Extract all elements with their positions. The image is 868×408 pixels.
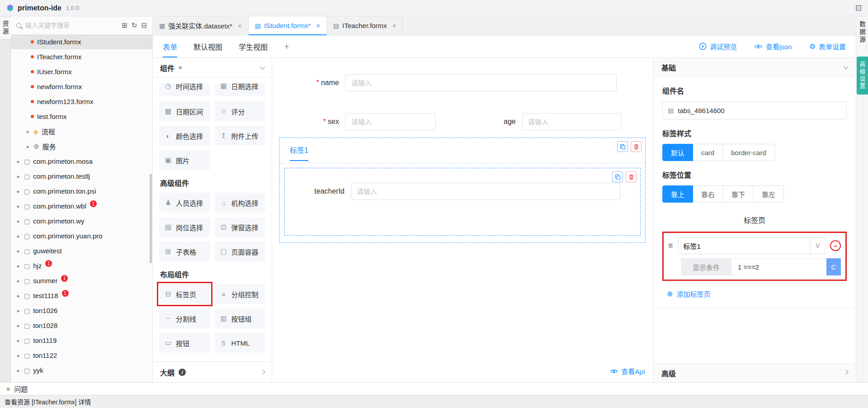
outline-section[interactable]: 大纲 i xyxy=(153,361,272,382)
v-button[interactable]: V xyxy=(810,237,826,254)
rail-tab-advanced-settings[interactable]: 高级设置 xyxy=(857,57,868,95)
tree-item-com-primeton-wbl[interactable]: ▸▢com.primeton.wbl1 xyxy=(11,199,152,213)
component-name-input[interactable] xyxy=(678,107,841,114)
section-basic[interactable]: 基础 xyxy=(653,58,856,77)
palette-item-group-control[interactable]: ≡分组控制 xyxy=(215,284,266,304)
palette-item-subtable[interactable]: ⊞子表格 xyxy=(159,242,210,261)
tree-item-flow[interactable]: ▸◈流程 xyxy=(11,124,152,139)
tree-item-ton1028[interactable]: ▸▢ton1028 xyxy=(11,318,152,333)
tab-position-left-button[interactable]: 靠左 xyxy=(753,185,784,203)
palette-item-post-picker[interactable]: ▤岗位选择 xyxy=(159,217,210,237)
caret-icon[interactable]: ▸ xyxy=(16,367,21,374)
chevron-down-icon[interactable] xyxy=(260,64,265,69)
caret-icon[interactable]: ▸ xyxy=(26,143,30,150)
caret-icon[interactable]: ▸ xyxy=(16,188,21,195)
delete-widget-button[interactable] xyxy=(626,171,637,182)
palette-item-date-picker[interactable]: ▦日期选择 xyxy=(215,83,266,96)
tree-item-hjz[interactable]: ▸▢hjz1 xyxy=(11,258,152,273)
copy-widget-button[interactable] xyxy=(617,141,628,152)
doc-tab-dataset[interactable]: ▦ 强关联实体.datasetx* × xyxy=(153,16,249,35)
tab-style-border-card-button[interactable]: border-card xyxy=(722,144,775,161)
palette-item-button[interactable]: ▭按钮 xyxy=(159,333,210,353)
palette-item-page-container[interactable]: ▢页面容器 xyxy=(215,242,266,261)
copy-widget-button[interactable] xyxy=(612,171,623,182)
view-tab-default-view[interactable]: 默认视图 xyxy=(193,35,222,57)
problems-bar[interactable]: ≡ 问题 xyxy=(0,382,868,395)
refresh-icon[interactable]: ↻ xyxy=(132,21,137,29)
age-input[interactable] xyxy=(522,113,622,130)
view-tab-form[interactable]: 表单 xyxy=(163,35,177,57)
tree-item-test-formx[interactable]: test.formx xyxy=(11,109,152,124)
caret-icon[interactable]: ▸ xyxy=(16,263,21,269)
tree-item-iteacher-formx[interactable]: ITeacher.formx xyxy=(11,49,152,64)
palette-item-tabs[interactable]: ⊟标签页 xyxy=(159,284,210,304)
close-icon[interactable]: × xyxy=(316,22,320,29)
palette-item-file-upload[interactable]: ↥附件上传 xyxy=(215,126,266,146)
tree-item-yyk[interactable]: ▸▢yyk xyxy=(11,363,152,378)
add-tab-link[interactable]: ⊕ 添加标签页 xyxy=(662,289,847,299)
tree-item-iuser-formx[interactable]: IUser.formx xyxy=(11,64,152,79)
palette-header[interactable]: 组件 ≡ xyxy=(153,58,272,78)
caret-icon[interactable]: ▸ xyxy=(16,323,21,329)
chevron-down-icon[interactable] xyxy=(843,64,848,69)
tree-item-com-primeton-yuan-pro[interactable]: ▸▢com.primeton.yuan.pro xyxy=(11,228,152,243)
caret-icon[interactable]: ▸ xyxy=(16,233,21,239)
tree-item-ton1026[interactable]: ▸▢ton1026 xyxy=(11,303,152,318)
rail-tab-resources[interactable]: 资源 xyxy=(0,17,11,39)
tree-item-summer[interactable]: ▸▢summer1 xyxy=(11,273,152,288)
save-layout-icon[interactable]: ⊡ xyxy=(855,3,862,13)
debug-preview-button[interactable]: 调试预览 xyxy=(699,42,737,51)
view-json-button[interactable]: 查看json xyxy=(754,42,792,51)
palette-item-date-range[interactable]: ▦日期区间 xyxy=(159,101,210,121)
close-icon[interactable]: × xyxy=(392,22,396,29)
tree-item-service[interactable]: ▸⚙服务 xyxy=(11,139,152,154)
tabs-widget[interactable]: 标签1 teacherId xyxy=(279,138,646,243)
teacherid-input[interactable] xyxy=(351,183,620,200)
tree-item-com-primeton-mosa[interactable]: ▸▢com.primeton.mosa xyxy=(11,154,152,169)
tab-position-right-button[interactable]: 靠右 xyxy=(693,185,723,203)
name-input[interactable] xyxy=(345,74,617,91)
chevron-right-icon[interactable] xyxy=(843,370,848,375)
tab-style-default-button[interactable]: 默认 xyxy=(662,144,693,161)
caret-icon[interactable]: ▸ xyxy=(16,293,21,299)
palette-item-button-group[interactable]: ▥按钮组 xyxy=(215,308,266,328)
tab-pane-widget[interactable]: teacherId xyxy=(284,168,641,236)
palette-item-time-picker[interactable]: ◷时间选择 xyxy=(159,83,210,96)
palette-item-color-picker[interactable]: ◐颜色选择 xyxy=(159,126,210,146)
rail-tab-datasource[interactable]: 数据源 xyxy=(858,21,867,44)
section-advanced[interactable]: 高级 xyxy=(653,363,856,382)
condition-value[interactable]: 1 ===2 xyxy=(731,258,826,275)
palette-item-divider[interactable]: ╌分割线 xyxy=(159,308,210,328)
remove-tab-button[interactable]: − xyxy=(830,240,841,251)
new-file-icon[interactable]: ⊞ xyxy=(122,21,127,29)
condition-edit-button[interactable]: C xyxy=(826,258,841,275)
tree-item-newform-formx[interactable]: newform.formx xyxy=(11,79,152,94)
tree-item-com-primeton-ton-psi[interactable]: ▸▢com.primeton.ton.psi xyxy=(11,184,152,199)
tree-item-istudent-formx[interactable]: IStudent.formx xyxy=(11,34,152,49)
palette-item-html[interactable]: 5HTML xyxy=(215,333,266,353)
tab-style-card-button[interactable]: card xyxy=(693,144,723,161)
tab-position-top-button[interactable]: 靠上 xyxy=(662,185,693,203)
caret-icon[interactable]: ▸ xyxy=(16,158,21,165)
close-icon[interactable]: × xyxy=(238,22,242,29)
caret-icon[interactable]: ▸ xyxy=(16,173,21,180)
palette-item-person-picker[interactable]: ♟人员选择 xyxy=(159,193,210,213)
collapse-panel-icon[interactable]: ⊟ xyxy=(141,21,147,29)
caret-icon[interactable]: ▸ xyxy=(16,337,21,344)
caret-icon[interactable]: ▸ xyxy=(16,278,21,284)
sex-input[interactable] xyxy=(345,113,436,130)
caret-icon[interactable]: ▸ xyxy=(16,218,21,224)
caret-icon[interactable]: ▸ xyxy=(16,352,21,359)
chevron-right-icon[interactable] xyxy=(260,370,265,375)
caret-icon[interactable]: ▸ xyxy=(16,203,21,209)
tree-item-com-primeton-testlj[interactable]: ▸▢com.primeton.testlj xyxy=(11,169,152,184)
sidebar-scrollbar[interactable] xyxy=(150,174,152,263)
tree-item-ton1122[interactable]: ▸▢ton1122 xyxy=(11,348,152,363)
drag-handle-icon[interactable]: ≡ xyxy=(668,241,673,251)
doc-tab-iteacher[interactable]: ▤ ITeacher.formx × xyxy=(327,16,403,35)
palette-item-rating[interactable]: ☆评分 xyxy=(215,101,266,121)
tree-item-test1118[interactable]: ▸▢test11181 xyxy=(11,288,152,303)
palette-item-image[interactable]: ▣图片 xyxy=(159,150,210,170)
canvas-tab-1[interactable]: 标签1 xyxy=(290,144,308,161)
search-input[interactable] xyxy=(25,22,118,29)
